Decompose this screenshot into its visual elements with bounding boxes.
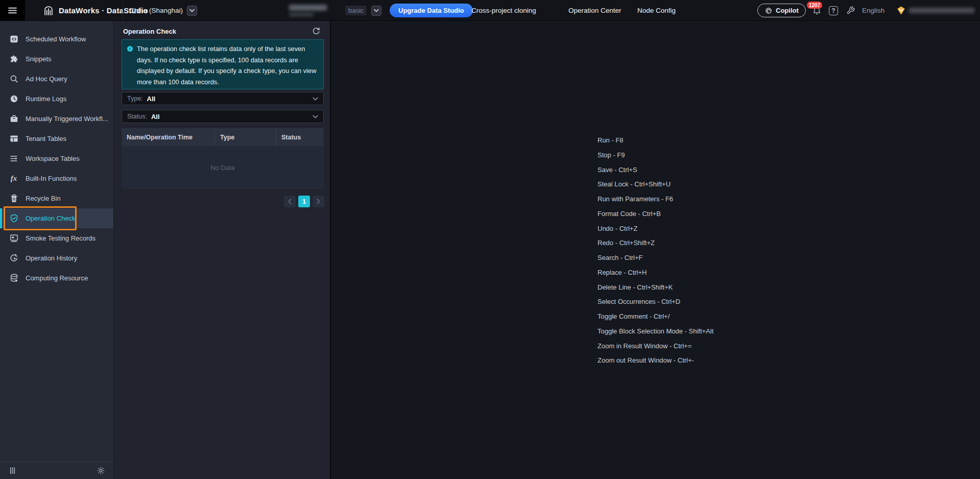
env-chevron-down-icon[interactable] — [371, 6, 381, 16]
nav-operation-center[interactable]: Operation Center — [568, 0, 622, 21]
username-blurred — [909, 8, 974, 13]
nav-cross-project-cloning[interactable]: Cross-project cloning — [471, 0, 536, 21]
left-sidebar: Scheduled Workflow Snippets Ad Hoc Query… — [0, 21, 113, 479]
shield-check-icon — [9, 213, 19, 223]
region-chevron-down-icon[interactable] — [187, 6, 197, 16]
sidebar-item-built-in-functions[interactable]: fx Built-In Functions — [0, 169, 113, 188]
region-selector[interactable]: China (Shanghai) — [129, 0, 197, 21]
table-icon — [9, 134, 19, 143]
wrench-icon — [846, 6, 855, 15]
briefcase-icon — [9, 114, 19, 124]
shortcut-replace: Replace - Ctrl+H — [597, 266, 713, 280]
column-header-name-operation-time: Name/Operation Time — [122, 128, 215, 146]
project-selector-blurred[interactable] — [289, 0, 336, 21]
sidebar-item-label: Scheduled Workflow — [26, 35, 86, 43]
sidebar-item-runtime-logs[interactable]: Runtime Logs — [0, 89, 113, 109]
nav-node-config[interactable]: Node Config — [637, 0, 676, 21]
clock-icon — [9, 94, 19, 104]
copilot-button[interactable]: Copilot — [757, 4, 806, 17]
sidebar-item-label: Workspace Tables — [26, 155, 80, 162]
shortcut-zoom-in-result: Zoom in Result Window - Ctrl+= — [597, 339, 713, 354]
project-subtext-blurred — [289, 13, 314, 16]
shortcut-stop: Stop - F9 — [597, 148, 713, 163]
refresh-icon — [312, 27, 321, 36]
settings-tools-button[interactable] — [844, 0, 856, 21]
region-label: China (Shanghai) — [129, 7, 183, 14]
previous-page-button[interactable] — [284, 196, 296, 207]
no-data-label: No Data — [210, 164, 235, 172]
next-page-button[interactable] — [313, 196, 324, 207]
type-filter-value: All — [147, 95, 313, 103]
shortcut-toggle-comment: Toggle Comment - Ctrl+/ — [597, 309, 713, 324]
member-badge-button[interactable] — [895, 0, 907, 21]
column-header-status: Status — [276, 128, 324, 146]
sidebar-item-recycle-bin[interactable]: Recycle Bin — [0, 188, 113, 208]
sidebar-item-label: Smoke Testing Records — [26, 234, 95, 242]
notice-banner: i The operation check list retains data … — [122, 39, 324, 89]
sidebar-item-label: Runtime Logs — [26, 95, 66, 103]
sidebar-item-label: Built-In Functions — [26, 175, 77, 182]
notice-text: The operation check list retains data on… — [137, 43, 318, 85]
workflow-code-icon — [9, 34, 19, 44]
sidebar-item-tenant-tables[interactable]: Tenant Tables — [0, 129, 113, 149]
member-badge-icon — [896, 5, 906, 16]
collapse-panels-button[interactable] — [8, 466, 17, 475]
shortcut-redo: Redo - Ctrl+Shift+Z — [597, 236, 713, 251]
sidebar-item-operation-history[interactable]: Operation History — [0, 248, 113, 268]
sidebar-item-label: Ad Hoc Query — [26, 75, 67, 83]
sidebar-item-manually-triggered-workflow[interactable]: Manually Triggered Workfl... — [0, 109, 113, 129]
sidebar-item-operation-check[interactable]: Operation Check — [0, 208, 113, 228]
shortcut-search: Search - Ctrl+F — [597, 251, 713, 266]
list-table-icon — [9, 154, 19, 163]
user-account-blurred[interactable] — [909, 0, 976, 21]
copilot-icon — [764, 7, 773, 15]
sidebar-item-ad-hoc-query[interactable]: Ad Hoc Query — [0, 69, 113, 89]
chevron-down-icon — [313, 97, 318, 101]
question-mark-icon: ? — [829, 6, 838, 15]
sidebar-item-label: Operation History — [26, 254, 77, 262]
refresh-button[interactable] — [310, 26, 322, 37]
columns-icon — [8, 466, 17, 475]
env-selector[interactable]: basic — [345, 0, 381, 21]
top-bar: DataWorks · DataStudio China (Shanghai) … — [0, 0, 980, 21]
sidebar-item-label: Recycle Bin — [26, 195, 61, 202]
shortcut-steal-lock: Steal Lock - Ctrl+Shift+U — [597, 177, 713, 192]
sidebar-item-workspace-tables[interactable]: Workspace Tables — [0, 149, 113, 169]
page-number-current[interactable]: 1 — [298, 196, 310, 207]
chevron-left-icon — [288, 199, 292, 204]
table-empty-state: No Data — [122, 146, 324, 189]
sidebar-item-label: Computing Resource — [26, 274, 88, 282]
type-filter-label: Type: — [127, 95, 143, 102]
copilot-label: Copilot — [776, 7, 799, 14]
puzzle-icon — [9, 54, 19, 64]
table-header-row: Name/Operation Time Type Status — [122, 128, 324, 146]
sidebar-item-computing-resource[interactable]: Computing Resource — [0, 268, 113, 288]
env-label: basic — [345, 6, 367, 15]
sidebar-item-scheduled-workflow[interactable]: Scheduled Workflow — [0, 29, 113, 49]
hamburger-icon — [8, 6, 17, 15]
sidebar-settings-button[interactable] — [97, 466, 105, 475]
status-filter-select[interactable]: Status: All — [122, 110, 324, 123]
sidebar-bottom-bar — [0, 462, 113, 479]
shortcut-run-with-parameters: Run with Parameters - F6 — [597, 192, 713, 207]
sidebar-item-label: Tenant Tables — [26, 135, 66, 142]
hamburger-menu-button[interactable] — [0, 0, 25, 21]
upgrade-data-studio-button[interactable]: Upgrade Data Studio — [390, 4, 473, 17]
info-icon: i — [127, 46, 133, 52]
sidebar-item-snippets[interactable]: Snippets — [0, 49, 113, 69]
type-filter-select[interactable]: Type: All — [122, 92, 324, 105]
panel-title: Operation Check — [123, 28, 176, 35]
help-button[interactable]: ? — [828, 0, 839, 21]
database-icon — [9, 273, 19, 283]
dataworks-logo-icon — [43, 5, 54, 16]
shortcut-format-code: Format Code - Ctrl+B — [597, 207, 713, 222]
operation-check-panel: Operation Check i The operation check li… — [113, 21, 331, 479]
sidebar-item-label: Operation Check — [26, 214, 76, 222]
sidebar-item-smoke-testing-records[interactable]: Smoke Testing Records — [0, 228, 113, 248]
pagination: 1 — [284, 196, 324, 207]
language-selector[interactable]: English — [862, 0, 885, 21]
topbar-divider — [123, 0, 123, 21]
editor-empty-area: Run - F8 Stop - F9 Save - Ctrl+S Steal L… — [331, 21, 980, 479]
fx-icon: fx — [9, 175, 19, 182]
shortcut-undo: Undo - Ctrl+Z — [597, 222, 713, 236]
